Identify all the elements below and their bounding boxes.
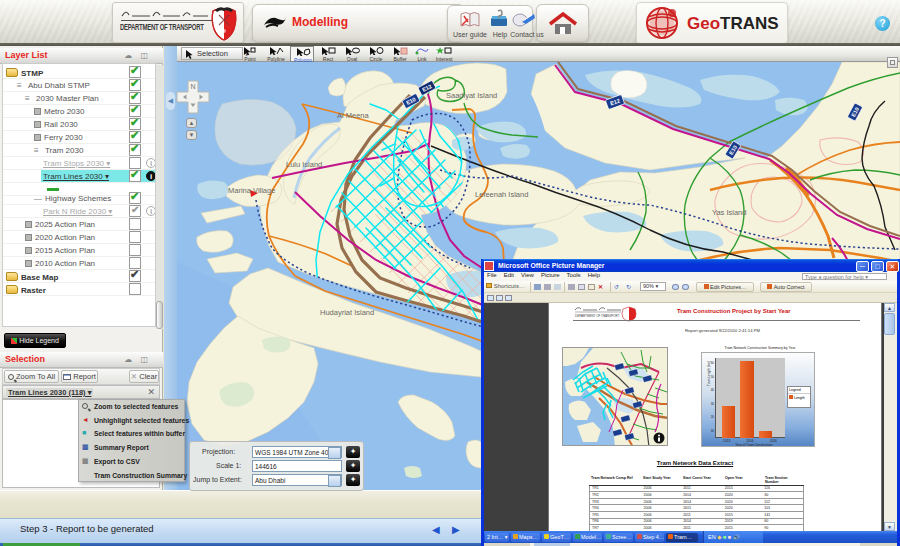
svg-text:Al Meena: Al Meena — [337, 111, 370, 120]
svg-text:Hudayriat Island: Hudayriat Island — [320, 308, 374, 317]
svg-text:DEPARTMENT OF TRANSPORT: DEPARTMENT OF TRANSPORT — [575, 314, 620, 318]
svg-text:Yas Island: Yas Island — [712, 208, 746, 217]
svg-text:Lefeenah Island: Lefeenah Island — [475, 190, 528, 199]
svg-text:Lulu Island: Lulu Island — [286, 160, 322, 169]
svg-text:Saadiyat Island: Saadiyat Island — [446, 91, 497, 100]
svg-text:Marina Village: Marina Village — [228, 186, 275, 195]
svg-text:N: N — [190, 83, 195, 90]
